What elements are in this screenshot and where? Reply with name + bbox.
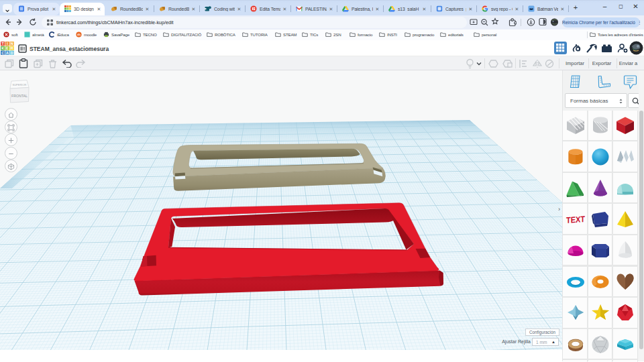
svg-text:R: R bbox=[11, 46, 13, 50]
svg-text:A: A bbox=[6, 51, 9, 55]
svg-text:TEXT: TEXT bbox=[566, 214, 586, 225]
svg-text:SUPERIOR: SUPERIOR bbox=[13, 83, 27, 86]
svg-text:N: N bbox=[11, 42, 13, 46]
svg-text:FRONTAL: FRONTAL bbox=[11, 94, 28, 98]
svg-text:C: C bbox=[1, 51, 4, 55]
svg-text:D: D bbox=[11, 51, 13, 55]
svg-text:K: K bbox=[1, 46, 4, 50]
svg-text:E: E bbox=[6, 46, 9, 50]
